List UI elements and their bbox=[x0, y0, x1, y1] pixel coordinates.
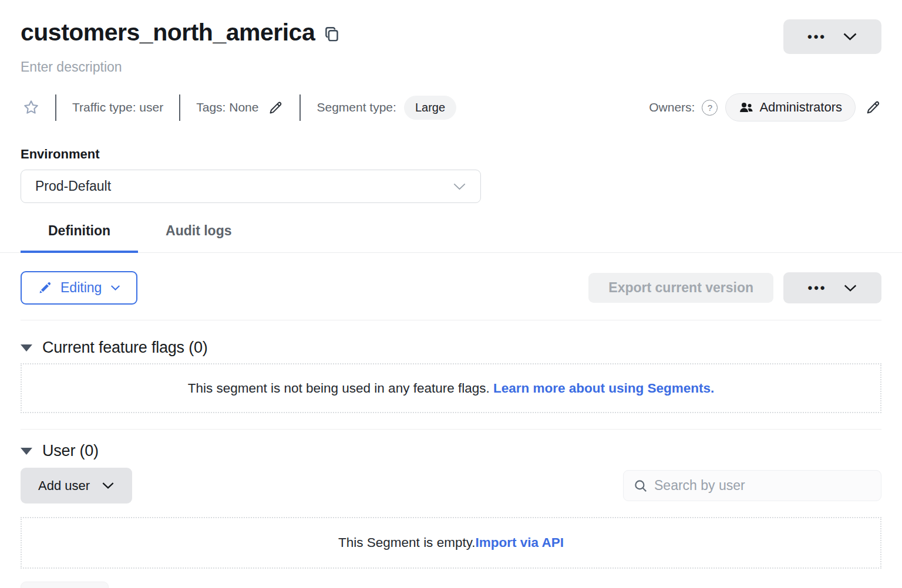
environment-label: Environment bbox=[21, 147, 881, 162]
edit-owners-icon[interactable] bbox=[865, 99, 881, 116]
favorite-star-icon[interactable] bbox=[23, 99, 39, 116]
environment-selected-value: Prod-Default bbox=[35, 178, 111, 194]
chevron-down-icon bbox=[102, 482, 115, 489]
export-current-version-button[interactable]: Export current version bbox=[588, 273, 773, 303]
divider bbox=[299, 94, 301, 121]
tags-label: Tags: None bbox=[196, 100, 258, 114]
owners-group: Owners: ? Administrators bbox=[649, 93, 881, 121]
divider bbox=[21, 429, 881, 430]
editing-label: Editing bbox=[60, 280, 102, 296]
help-icon[interactable]: ? bbox=[702, 100, 718, 116]
definition-toolbar: Editing Export current version ••• bbox=[21, 271, 881, 305]
chevron-down-icon bbox=[843, 284, 857, 292]
owners-label: Owners: bbox=[649, 100, 695, 114]
user-empty-text: This Segment is empty. bbox=[338, 535, 475, 550]
editing-mode-button[interactable]: Editing bbox=[21, 271, 137, 305]
ellipsis-icon: ••• bbox=[807, 31, 826, 43]
collapse-triangle-icon bbox=[21, 344, 32, 352]
owners-value: Administrators bbox=[759, 100, 842, 115]
ellipsis-icon: ••• bbox=[807, 282, 826, 295]
import-via-api-link[interactable]: Import via API bbox=[475, 535, 563, 550]
user-empty-state: This Segment is empty.Import via API bbox=[21, 517, 881, 569]
feature-flags-section-title: Current feature flags (0) bbox=[42, 339, 208, 357]
feature-flags-section-header[interactable]: Current feature flags (0) bbox=[21, 339, 881, 357]
segment-detail-page: customers_north_america Enter descriptio… bbox=[0, 0, 902, 588]
segment-meta-row: Traffic type: user Tags: None Segment ty… bbox=[21, 93, 881, 121]
segment-type-label: Segment type: bbox=[317, 100, 396, 114]
add-user-button[interactable]: Add user bbox=[21, 468, 132, 503]
toolbar-more-menu-button[interactable]: ••• bbox=[783, 272, 881, 303]
user-controls-row: Add user bbox=[21, 468, 881, 503]
edit-tags-icon[interactable] bbox=[268, 100, 284, 116]
add-user-label: Add user bbox=[38, 478, 90, 494]
toolbar-right-group: Export current version ••• bbox=[588, 272, 881, 303]
feature-flags-empty-text: This segment is not being used in any fe… bbox=[188, 381, 493, 396]
learn-more-segments-link[interactable]: Learn more about using Segments. bbox=[493, 381, 714, 396]
divider bbox=[55, 94, 56, 121]
owners-badge[interactable]: Administrators bbox=[725, 93, 856, 121]
chevron-down-icon bbox=[453, 183, 466, 191]
search-icon bbox=[633, 478, 648, 494]
environment-select[interactable]: Prod-Default bbox=[21, 170, 481, 203]
people-icon bbox=[739, 101, 753, 114]
user-section-title: User (0) bbox=[42, 442, 99, 460]
description-placeholder[interactable]: Enter description bbox=[21, 59, 881, 75]
tab-bar: Definition Audit logs bbox=[0, 223, 902, 253]
page-title: customers_north_america bbox=[21, 19, 315, 46]
divider bbox=[179, 94, 180, 121]
cutoff-element bbox=[21, 582, 109, 588]
segment-type-badge: Large bbox=[404, 96, 456, 120]
chevron-down-icon bbox=[110, 285, 120, 291]
header-more-menu-button[interactable]: ••• bbox=[783, 19, 881, 54]
feature-flags-empty-state: This segment is not being used in any fe… bbox=[21, 363, 881, 413]
divider bbox=[21, 320, 881, 320]
copy-icon[interactable] bbox=[324, 26, 340, 43]
user-section-header[interactable]: User (0) bbox=[21, 442, 881, 460]
user-search-box[interactable] bbox=[623, 470, 881, 501]
collapse-triangle-icon bbox=[21, 448, 32, 455]
tab-audit-logs[interactable]: Audit logs bbox=[138, 223, 259, 253]
chevron-down-icon bbox=[843, 32, 857, 41]
search-by-user-input[interactable] bbox=[654, 478, 871, 494]
tab-definition[interactable]: Definition bbox=[21, 223, 138, 253]
traffic-type-label: Traffic type: user bbox=[72, 100, 163, 114]
pencil-icon bbox=[38, 281, 52, 295]
title-row: customers_north_america bbox=[21, 0, 881, 46]
